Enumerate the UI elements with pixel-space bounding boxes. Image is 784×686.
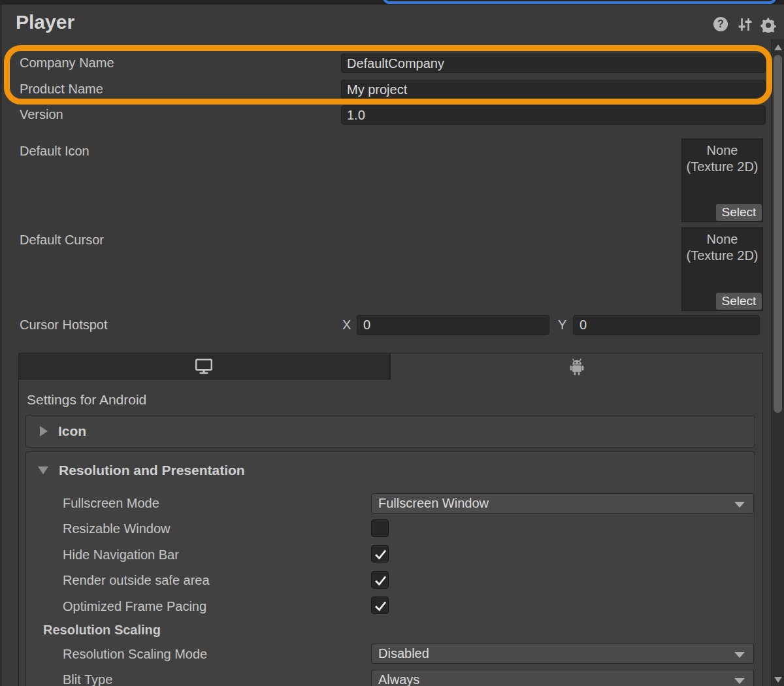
settings-for-platform-title: Settings for Android [27,392,146,408]
icon-section: Icon [25,415,755,448]
page-title: Player [16,11,74,33]
dropdown-arrow-icon [734,678,745,684]
window-left-edge [0,5,2,686]
hide-navigation-bar-label: Hide Navigation Bar [63,547,179,563]
fullscreen-mode-dropdown[interactable]: Fullscreen Window [371,493,754,514]
help-icon: ? [713,17,728,31]
presets-button[interactable] [738,17,753,32]
default-cursor-label: Default Cursor [20,233,104,248]
default-icon-select-button[interactable]: Select [716,204,762,221]
check-icon [372,572,389,589]
resizable-window-checkbox[interactable] [371,519,389,537]
version-label: Version [20,107,63,122]
desktop-monitor-icon [195,358,213,375]
icon-section-header[interactable]: Icon [26,416,755,447]
android-robot-icon [569,358,585,376]
foldout-collapsed-icon [40,426,48,436]
hotspot-x-input[interactable] [357,315,549,335]
check-icon [372,546,389,563]
check-icon [372,597,389,615]
product-name-label: Product Name [20,82,103,97]
product-name-input[interactable] [341,80,766,99]
player-settings-panel: Player ? Company Name Product Name Versi… [0,0,784,686]
presets-sliders-icon [738,17,753,32]
cursor-hotspot-label: Cursor Hotspot [20,318,108,333]
render-outside-safe-area-checkbox[interactable] [371,571,389,589]
fullscreen-mode-label: Fullscreen Mode [63,496,159,511]
optimized-frame-pacing-label: Optimized Frame Pacing [63,599,206,614]
blit-type-dropdown[interactable]: Always [371,670,754,686]
icon-section-title: Icon [58,423,86,439]
gear-icon [760,17,776,33]
render-outside-safe-area-label: Render outside safe area [63,573,210,588]
version-input[interactable] [341,105,766,125]
foldout-expanded-icon [38,466,48,474]
resizable-window-label: Resizable Window [63,521,171,536]
vertical-scrollbar[interactable] [771,39,784,686]
hide-navigation-bar-checkbox[interactable] [371,545,389,563]
default-cursor-texture-well[interactable]: None (Texture 2D) Select [681,227,763,311]
resolution-scaling-mode-dropdown[interactable]: Disabled [371,644,754,664]
default-icon-label: Default Icon [20,144,90,159]
scrollbar-down-arrow-icon[interactable] [774,677,782,683]
hotspot-y-label: Y [558,318,566,333]
default-cursor-none-value: None (Texture 2D) [682,231,762,264]
focus-highlight-fragment [382,0,777,4]
platform-settings-box: Settings for Android Icon Resolution and… [18,353,763,686]
help-button[interactable]: ? [713,17,728,32]
blit-type-label: Blit Type [63,672,112,686]
default-cursor-select-button[interactable]: Select [716,293,762,310]
resolution-section-header[interactable]: Resolution and Presentation [26,456,755,485]
dropdown-arrow-icon [734,502,745,508]
scrollbar-thumb[interactable] [774,55,782,413]
tab-android-platform[interactable] [391,353,762,380]
default-icon-none-value: None (Texture 2D) [682,142,762,175]
platform-tabbar [19,353,762,380]
company-name-input[interactable] [341,54,766,73]
resolution-scaling-subheader: Resolution Scaling [43,623,161,638]
optimized-frame-pacing-checkbox[interactable] [371,596,389,614]
tab-desktop-platform[interactable] [19,353,391,380]
resolution-scaling-mode-label: Resolution Scaling Mode [63,647,207,662]
dropdown-arrow-icon [734,652,745,658]
hotspot-y-input[interactable] [573,315,760,335]
default-icon-texture-well[interactable]: None (Texture 2D) Select [681,139,763,222]
settings-menu-button[interactable] [760,17,776,32]
hotspot-x-label: X [342,318,351,333]
resolution-section-title: Resolution and Presentation [59,463,245,478]
company-name-label: Company Name [20,56,114,71]
scrollbar-up-arrow-icon[interactable] [774,44,782,50]
resolution-presentation-section: Resolution and Presentation Fullscreen M… [25,451,755,686]
